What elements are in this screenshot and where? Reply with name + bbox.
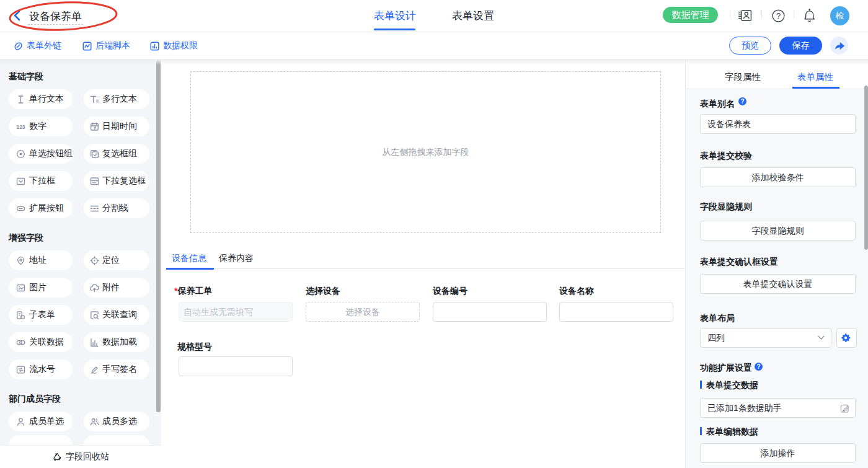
svg-text:123: 123 xyxy=(16,124,25,130)
svg-text:?: ? xyxy=(776,11,781,20)
